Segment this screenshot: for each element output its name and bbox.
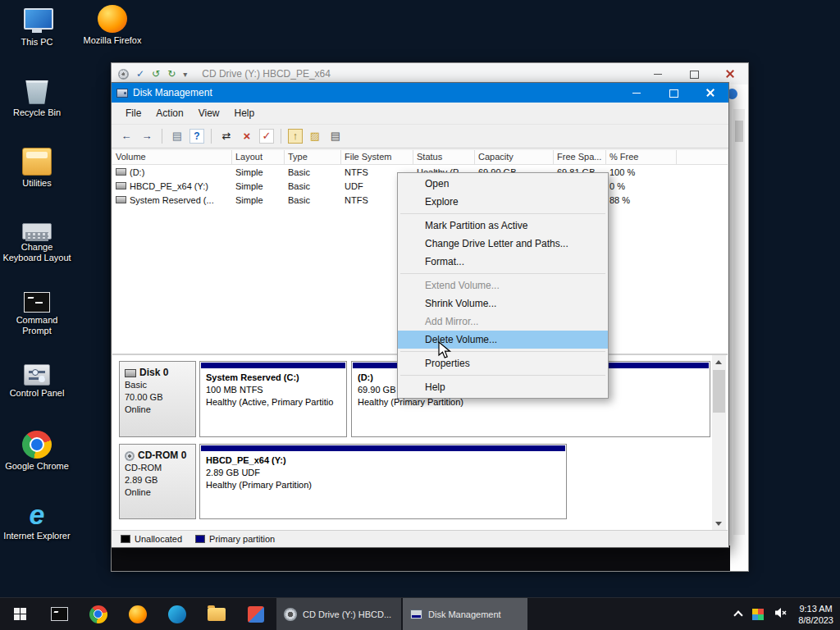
disk-status: Online [125, 404, 190, 416]
properties-icon[interactable]: ✓ [136, 68, 144, 80]
column-header-volume[interactable]: Volume [112, 150, 232, 164]
cell-type: Basic [285, 181, 341, 191]
partition-hbcd[interactable]: HBCD_PE_x64 (Y:) 2.89 GB UDF Healthy (Pr… [199, 444, 567, 519]
app-icon [248, 606, 264, 623]
disk-management-icon [410, 609, 422, 619]
graph-scrollbar[interactable] [712, 355, 726, 531]
cell-layout: Simple [232, 167, 285, 177]
minimize-button[interactable] [618, 83, 655, 103]
desktop-icon-label: Recycle Bin [2, 107, 71, 118]
explorer-scrollbar-thumb[interactable] [735, 121, 743, 142]
taskbar-icon-firefox[interactable] [118, 598, 158, 630]
chevron-down-icon[interactable]: ▾ [183, 70, 187, 79]
explorer-scrollbar[interactable] [733, 109, 745, 535]
menu-file[interactable]: File [118, 105, 148, 121]
taskbar-icon-command-prompt[interactable] [39, 598, 79, 630]
taskbar-button-cd-drive[interactable]: CD Drive (Y:) HBCD... [276, 598, 401, 630]
column-header-capacity[interactable]: Capacity [475, 150, 554, 164]
scrollbar-thumb[interactable] [713, 370, 725, 413]
context-menu-item-help[interactable]: Help [398, 378, 608, 396]
disk-type: Basic [125, 379, 190, 391]
cell-volume: HBCD_PE_x64 (Y:) [130, 181, 208, 191]
firefox-icon [98, 5, 127, 33]
disk-management-titlebar[interactable]: Disk Management [112, 83, 728, 103]
desktop-icon-recycle-bin[interactable]: Recycle Bin [2, 77, 71, 118]
back-icon[interactable]: ← [118, 128, 135, 144]
check-icon[interactable]: ✓ [259, 129, 274, 144]
delete-icon[interactable]: × [239, 128, 255, 144]
context-menu-item-delete-volume[interactable]: Delete Volume... [398, 331, 608, 349]
context-menu-item-explore[interactable]: Explore [398, 193, 608, 211]
desktop-icon-internet-explorer[interactable]: e Internet Explorer [2, 500, 71, 541]
maximize-button[interactable] [655, 83, 692, 103]
cdrom0-label-panel[interactable]: CD-ROM 0 CD-ROM 2.89 GB Online [119, 444, 196, 519]
close-button[interactable] [692, 83, 728, 103]
desktop-icon-command-prompt[interactable]: Command Prompt [2, 289, 71, 336]
desktop-icon-control-panel[interactable]: Control Panel [2, 361, 71, 399]
undo-icon[interactable]: ↺ [152, 68, 160, 80]
taskbar-icon-chrome[interactable] [79, 598, 118, 630]
volume-icon [116, 168, 126, 176]
column-header-layout[interactable]: Layout [232, 150, 285, 164]
disk-name: CD-ROM 0 [138, 450, 186, 462]
desktop-icon-google-chrome[interactable]: Google Chrome [2, 431, 71, 472]
cdrom0-block: CD-ROM 0 CD-ROM 2.89 GB Online HBCD_PE_x… [119, 444, 710, 519]
redo-icon[interactable]: ↻ [167, 68, 176, 80]
list-view-icon[interactable]: ▤ [327, 128, 344, 144]
tray-date: 8/8/2023 [798, 614, 833, 626]
context-menu-item-format[interactable]: Format... [398, 253, 608, 271]
column-header-pctfree[interactable]: % Free [606, 150, 677, 164]
menu-help[interactable]: Help [227, 105, 262, 121]
desktop: This PC Mozilla Firefox Recycle Bin Util… [0, 0, 840, 630]
disk0-label-panel[interactable]: Disk 0 Basic 70.00 GB Online [119, 361, 196, 437]
taskbar-icon-app[interactable] [236, 598, 276, 630]
menu-separator [400, 351, 605, 352]
scroll-down-icon[interactable] [712, 517, 726, 531]
recycle-bin-icon [22, 77, 52, 105]
context-menu-item-properties[interactable]: Properties [398, 354, 608, 372]
taskbar-icon-edge[interactable] [158, 598, 197, 630]
command-prompt-icon [24, 292, 50, 313]
column-header-type[interactable]: Type [285, 150, 341, 164]
taskbar-button-disk-management[interactable]: Disk Management [403, 598, 527, 630]
edge-icon [168, 605, 186, 623]
start-button[interactable] [0, 598, 39, 630]
desktop-icon-this-pc[interactable]: This PC [2, 7, 71, 48]
desktop-icon-utilities[interactable]: Utilities [2, 148, 71, 189]
cell-type: Basic [285, 195, 341, 205]
disk-size: 70.00 GB [125, 391, 190, 404]
context-menu-item-mark-active[interactable]: Mark Partition as Active [398, 217, 608, 235]
system-tray: 9:13 AM 8/8/2023 [735, 598, 840, 630]
desktop-icon-firefox[interactable]: Mozilla Firefox [78, 5, 147, 46]
tray-colored-icon[interactable] [752, 609, 764, 620]
cell-type: Basic [285, 167, 341, 177]
partition-status: Healthy (Primary Partition) [206, 479, 560, 491]
cell-layout: Simple [232, 195, 285, 205]
help-icon[interactable]: ? [189, 129, 204, 144]
firefox-icon [129, 605, 147, 623]
tray-clock[interactable]: 9:13 AM 8/8/2023 [798, 603, 833, 626]
desktop-icon-change-keyboard-layout[interactable]: Change Keyboard Layout [2, 217, 71, 263]
explorer-window-title: CD Drive (Y:) HBCD_PE_x64 [202, 68, 331, 80]
scroll-up-icon[interactable] [712, 355, 726, 369]
up-folder-icon[interactable]: ↑ [288, 129, 303, 144]
menu-view[interactable]: View [191, 105, 227, 121]
refresh-icon[interactable]: ⇄ [218, 128, 235, 144]
context-menu-item-shrink-volume[interactable]: Shrink Volume... [398, 294, 608, 313]
primary-partition-swatch [195, 535, 205, 543]
context-menu-item-change-drive-letter[interactable]: Change Drive Letter and Paths... [398, 235, 608, 253]
context-menu-item-open[interactable]: Open [398, 175, 608, 193]
tray-expand-icon[interactable] [734, 610, 743, 619]
cell-layout: Simple [232, 181, 285, 191]
folder-icon[interactable]: ▨ [307, 128, 323, 144]
column-header-status[interactable]: Status [413, 150, 475, 164]
desktop-icon-label: Mozilla Firefox [78, 35, 147, 46]
taskbar-icon-file-explorer[interactable] [197, 598, 236, 630]
panes-icon[interactable]: ▤ [169, 128, 185, 144]
column-header-freespace[interactable]: Free Spa... [554, 150, 606, 164]
volume-muted-icon[interactable] [774, 607, 788, 622]
menu-action[interactable]: Action [148, 105, 190, 121]
partition-system-reserved[interactable]: System Reserved (C:) 100 MB NTFS Healthy… [199, 361, 347, 437]
column-header-filesystem[interactable]: File System [341, 150, 413, 164]
forward-icon[interactable]: → [139, 128, 155, 144]
